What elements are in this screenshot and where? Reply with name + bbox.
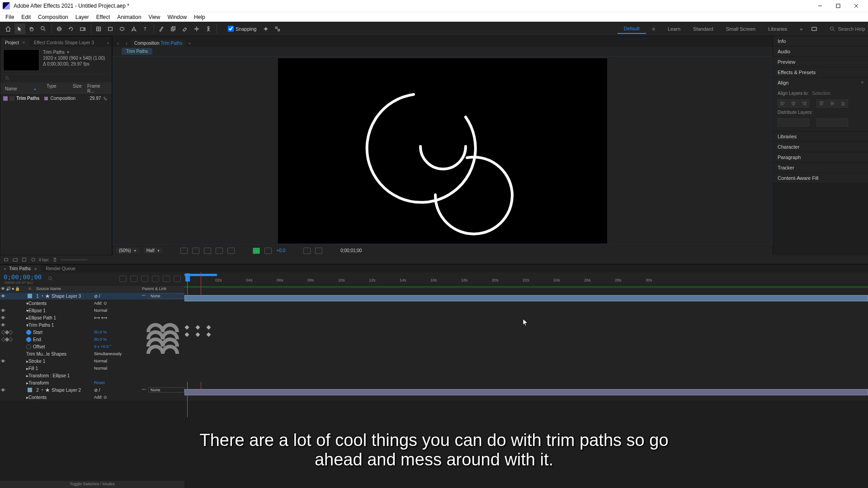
keyframe[interactable] [196,333,200,337]
project-item-trim-paths[interactable]: Trim Paths Composition 29.97 [0,95,112,102]
composition-viewer[interactable] [278,58,607,244]
panel-content-aware-fill[interactable]: Content-Aware Fill [773,173,868,183]
workspace-more-icon[interactable]: » [793,24,809,33]
grid-icon[interactable] [216,248,223,254]
add-button[interactable]: ⊙ [104,395,107,399]
dist-bottom-button[interactable] [799,118,809,127]
panel-align[interactable]: Align≡ [773,78,868,88]
prop-trim-paths[interactable]: Trim Paths 1 [28,323,54,328]
menu-composition[interactable]: Composition [34,13,72,21]
delete-icon[interactable] [52,257,58,263]
parent-dropdown[interactable]: None [148,387,184,393]
menu-help[interactable]: Help [190,13,209,21]
keyframe[interactable] [185,325,189,330]
snap-opt1-icon[interactable] [260,23,271,34]
maximize-button[interactable] [829,0,847,12]
guides-icon[interactable] [227,248,235,254]
value-start[interactable]: 50.0 % [94,330,139,334]
layer-shape-3[interactable]: 👁 1 ▾Shape Layer 3 ⊘ / None [0,292,184,300]
reset-exposure-icon[interactable] [264,248,272,254]
prop-transform-ellipse[interactable]: Transform : Ellipse 1 [28,373,70,378]
prop-contents[interactable]: Contents [28,395,47,400]
minimize-button[interactable] [811,0,829,12]
comp-mini-flowchart-icon[interactable] [119,276,127,282]
workspace-learn[interactable]: Learn [661,24,687,33]
menu-layer[interactable]: Layer [72,13,93,21]
align-top-button[interactable] [816,99,826,108]
align-to-dropdown[interactable]: Selection [812,91,830,96]
col-parent[interactable]: Parent & Link [139,286,184,291]
pickwhip-icon[interactable] [141,294,146,298]
new-adjustment-icon[interactable] [30,257,36,263]
zoom-tool[interactable] [38,23,49,34]
snapping-checkbox[interactable] [228,26,234,32]
twirl-icon[interactable]: ▾ [42,294,43,298]
workspace-standard[interactable]: Standard [687,24,720,33]
toggle-mask-icon[interactable] [192,248,199,254]
project-tab[interactable]: Project≡ [0,39,29,47]
menu-file[interactable]: File [2,13,18,21]
visibility-toggle[interactable]: 👁 [1,294,5,298]
panel-menu-icon[interactable]: ≡ [186,40,193,47]
visibility-toggle[interactable]: 👁 [1,315,5,320]
hide-shy-icon[interactable] [141,276,148,282]
time-ruler[interactable]: 02s 04s 06s 08s 10s 12s 14s 16s 18s 20s … [184,272,868,285]
prop-stroke[interactable]: Stroke 1 [28,359,45,364]
pen-tool[interactable] [128,23,139,34]
selection-tool[interactable] [14,23,25,34]
value-end[interactable]: 50.0 % [94,337,139,342]
zoom-dropdown[interactable]: (50%)▼ [116,248,139,253]
visibility-toggle[interactable]: 👁 [1,323,5,328]
panel-effects-presets[interactable]: Effects & Presets [773,67,868,77]
value-offset[interactable]: 0 x +0.0 ° [94,344,139,349]
channel-icon[interactable] [253,248,260,254]
align-bottom-button[interactable] [838,99,848,108]
stopwatch-icon[interactable] [26,330,31,335]
panel-menu-icon[interactable]: ≡ [23,41,25,45]
prop-start[interactable]: Start [33,330,42,335]
ellipse-tool[interactable] [117,23,127,34]
panel-info[interactable]: Info [773,36,868,46]
draft3d-icon[interactable] [130,276,137,282]
new-comp-icon[interactable] [21,257,27,263]
preview-time[interactable]: 0;00;01;00 [340,248,362,253]
col-label[interactable] [38,84,45,94]
trim-mode-dropdown[interactable]: Simultaneously [94,352,122,356]
roi-icon[interactable] [204,248,211,254]
roto-tool[interactable] [191,23,202,34]
blend-mode-dropdown[interactable]: Normal [94,308,107,313]
toggle-transparency-icon[interactable] [180,248,188,254]
panel-audio[interactable]: Audio [773,47,868,56]
menu-effect[interactable]: Effect [93,13,113,21]
panel-paragraph[interactable]: Paragraph [773,152,868,162]
exposure-value[interactable]: +0.0 [276,248,285,253]
camera-tool[interactable] [77,23,88,34]
pickwhip-icon[interactable] [141,388,146,392]
menu-window[interactable]: Window [164,13,190,21]
nav-fwd-icon[interactable] [123,40,130,47]
toggle-switches-button[interactable]: Toggle Switches / Modes [0,481,184,488]
home-tool[interactable] [3,23,14,34]
prop-ellipse-path[interactable]: Ellipse Path 1 [28,315,56,320]
parent-dropdown[interactable]: None [148,293,184,299]
workspace-libraries[interactable]: Libraries [762,24,793,33]
effect-controls-tab[interactable]: Effect Controls Shape Layer 3 [29,39,99,47]
clone-tool[interactable] [168,23,179,34]
graph-editor-icon[interactable] [174,276,181,282]
frame-blend-icon[interactable] [152,276,159,282]
panel-libraries[interactable]: Libraries [773,131,868,141]
prop-fill[interactable]: Fill 1 [28,366,38,371]
rectangle-tool[interactable] [105,23,116,34]
keyframe[interactable] [207,325,211,330]
dist-vcenter-button[interactable] [788,118,798,127]
prop-ellipse1[interactable]: Ellipse 1 [28,308,46,313]
align-right-button[interactable] [799,99,809,108]
dist-hcenter-button[interactable] [827,118,837,127]
comp-thumbnail[interactable] [3,49,39,71]
reset-button[interactable]: Reset [94,380,139,385]
stopwatch-icon[interactable] [26,344,31,349]
comp-crumb[interactable]: Trim Paths [122,48,152,55]
col-size[interactable]: Size [71,84,85,94]
visibility-toggle[interactable]: 👁 [1,308,5,313]
current-timecode[interactable]: 0;00;00;00 [4,273,42,281]
